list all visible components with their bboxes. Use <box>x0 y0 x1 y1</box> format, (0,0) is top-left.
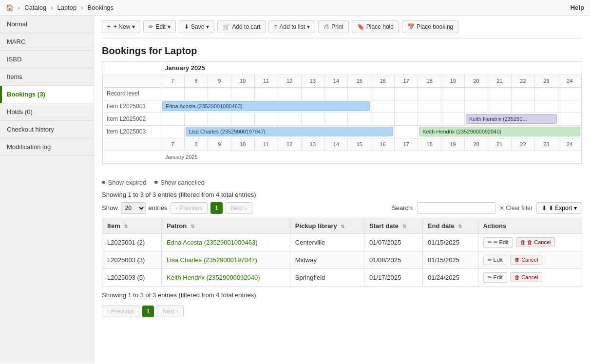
sidebar-item-holds[interactable]: Holds (0) <box>0 103 94 121</box>
help-link[interactable]: Help <box>571 4 584 11</box>
cell-pickup-2: Midway <box>290 251 364 268</box>
table-controls-right: Search: ✕ Clear filter ⬇ ⬇ Export ▾ <box>392 202 582 214</box>
table-header-row: Item ⇅ Patron ⇅ Pickup library ⇅ Start d… <box>102 218 582 233</box>
clear-filter-button[interactable]: ✕ Clear filter <box>499 205 533 211</box>
sidebar-item-isbd[interactable]: ISBD <box>0 51 94 68</box>
save-button[interactable]: ⬇ Save ▾ <box>179 20 214 33</box>
cell-pickup-3: Springfield <box>290 268 364 286</box>
cell-actions-3: ✏ Edit 🗑 Cancel <box>478 268 582 286</box>
patron-link-3[interactable]: Keith Hendrix (23529000092040) <box>167 274 260 281</box>
place-booking-button[interactable]: 📅 Place booking <box>402 20 458 33</box>
calendar-date-row-bottom: 7 8 9 10 11 12 13 14 15 16 17 18 19 20 <box>103 138 582 151</box>
bottom-pagination-controls: ‹ Previous 1 Next › <box>102 306 582 317</box>
item-l2025003-label: Item L2025003 <box>103 125 161 138</box>
cell-patron-3: Keith Hendrix (23529000092040) <box>162 268 290 286</box>
cell-item-2: L2025003 (3) <box>102 251 162 268</box>
main-content: + + New ▾ ✏ Edit ▾ ⬇ Save ▾ 🛒 Add to car… <box>94 16 590 364</box>
edit-button-row-1[interactable]: ✏ ✏ Edit <box>483 237 513 248</box>
sort-icon-end: ⇅ <box>458 224 462 229</box>
new-button[interactable]: + + New ▾ <box>102 20 140 33</box>
cancel-button-row-1[interactable]: 🗑 🗑 Cancel <box>516 237 555 247</box>
col-header-item[interactable]: Item ⇅ <box>102 218 162 233</box>
search-input[interactable] <box>418 202 495 214</box>
entries-label: entries <box>149 204 168 211</box>
chevron-right-icon: › <box>245 205 247 211</box>
sort-icon-item: ⇅ <box>124 224 128 229</box>
trash-icon-row-1: 🗑 <box>520 239 526 245</box>
sidebar-item-items[interactable]: Items <box>0 68 94 86</box>
add-to-list-button[interactable]: ≡ Add to list ▾ <box>268 20 315 33</box>
breadcrumb-laptop[interactable]: Laptop <box>57 4 77 11</box>
booking-keith-l2025003[interactable]: Keith Hendrix (23529000092040) <box>419 127 580 136</box>
show-expired-filter[interactable]: ≡ Show expired <box>102 179 146 186</box>
home-icon[interactable]: 🏠 <box>6 4 14 11</box>
show-entries-select[interactable]: 10 20 50 100 <box>121 202 146 214</box>
item-l2025002-label: Item L2025002 <box>103 113 161 125</box>
breadcrumb-bar: 🏠 › Catalog › Laptop › Bookings Help <box>0 0 590 16</box>
booking-keith-l2025002[interactable]: Keith Hendrix (235290... <box>466 114 557 124</box>
calendar-record-level-row: Record level <box>103 87 582 100</box>
cell-item-3: L2025003 (5) <box>102 268 162 286</box>
sidebar-item-normal[interactable]: Normal <box>0 16 94 33</box>
sidebar-item-bookings[interactable]: Bookings (3) <box>0 86 94 103</box>
patron-link-1[interactable]: Edna Acosta (23529001000463) <box>167 239 258 246</box>
toolbar: + + New ▾ ✏ Edit ▾ ⬇ Save ▾ 🛒 Add to car… <box>102 16 582 38</box>
booking-lisa[interactable]: Lisa Charles (23529000197047) <box>186 127 393 136</box>
sidebar-item-modification-log[interactable]: Modification log <box>0 138 94 156</box>
col-header-start-date[interactable]: Start date ⇅ <box>364 218 423 233</box>
pencil-icon-row-1: ✏ <box>488 239 492 246</box>
sidebar-item-marc[interactable]: MARC <box>0 33 94 51</box>
chevron-down-export: ▾ <box>574 205 577 211</box>
breadcrumb-sep-3: › <box>81 4 83 11</box>
table-row: L2025003 (5) Keith Hendrix (235290000920… <box>102 268 582 286</box>
trash-icon-row-2: 🗑 <box>514 257 520 263</box>
page-number-top: 1 <box>210 202 223 214</box>
pencil-icon-row-3: ✏ <box>488 274 492 281</box>
booking-edna[interactable]: Edna Acosta (23529001000463) <box>162 101 370 111</box>
edit-button-row-2[interactable]: ✏ Edit <box>483 255 507 265</box>
col-header-end-date[interactable]: End date ⇅ <box>422 218 478 233</box>
table-row: L2025001 (2) Edna Acosta (23529001000463… <box>102 233 582 251</box>
cancel-button-row-3[interactable]: 🗑 Cancel <box>510 272 542 282</box>
add-to-cart-button[interactable]: 🛒 Add to cart <box>217 20 266 33</box>
print-button[interactable]: 🖨 Print <box>318 20 349 33</box>
sort-icon-patron: ⇅ <box>190 224 194 229</box>
pencil-icon-row-2: ✏ <box>488 257 492 263</box>
cancel-button-row-2[interactable]: 🗑 Cancel <box>510 255 542 265</box>
edit-button[interactable]: ✏ Edit ▾ <box>143 20 176 33</box>
bookings-table: Item ⇅ Patron ⇅ Pickup library ⇅ Start d… <box>102 218 582 287</box>
next-button-bottom[interactable]: Next › <box>157 306 184 317</box>
edit-button-row-3[interactable]: ✏ Edit <box>483 272 507 283</box>
calendar-table: January 2025 7 8 9 10 11 12 13 14 15 <box>102 62 582 164</box>
cell-start-1: 01/07/2025 <box>364 233 423 251</box>
col-header-patron[interactable]: Patron ⇅ <box>162 218 290 233</box>
cell-patron-1: Edna Acosta (23529001000463) <box>162 233 290 251</box>
table-row: L2025003 (3) Lisa Charles (2352900019704… <box>102 251 582 268</box>
chevron-left-bottom: ‹ <box>107 308 109 315</box>
item-l2025001-label: Item L2025001 <box>103 100 161 113</box>
chevron-down-icon-save: ▾ <box>206 23 209 30</box>
cell-actions-2: ✏ Edit 🗑 Cancel <box>478 251 582 268</box>
col-header-pickup-library[interactable]: Pickup library ⇅ <box>290 218 364 233</box>
patron-link-2[interactable]: Lisa Charles (23529000197047) <box>167 256 257 264</box>
breadcrumb-catalog[interactable]: Catalog <box>24 4 46 11</box>
filter-section: ≡ Show expired ≡ Show cancelled <box>102 174 582 191</box>
show-cancelled-filter[interactable]: ≡ Show cancelled <box>154 179 205 186</box>
chevron-down-icon: ▾ <box>132 23 135 30</box>
sort-icon-start: ⇅ <box>402 224 406 229</box>
cell-end-1: 01/15/2025 <box>422 233 478 251</box>
calendar-item-l2025002-row: Item L2025002 Keith Hendrix (235290... <box>103 113 582 125</box>
previous-button-top[interactable]: ‹ Previous <box>171 202 208 214</box>
list-icon: ≡ <box>274 23 277 30</box>
table-controls: Show 10 20 50 100 entries ‹ Previous 1 N… <box>102 202 582 214</box>
sidebar-item-checkout-history[interactable]: Checkout history <box>0 121 94 138</box>
previous-button-bottom[interactable]: ‹ Previous <box>102 306 139 317</box>
next-button-top[interactable]: Next › <box>226 202 252 214</box>
bottom-pagination: Showing 1 to 3 of 3 entries (filtered fr… <box>102 291 582 303</box>
export-button[interactable]: ⬇ ⬇ Export ▾ <box>536 202 582 214</box>
bookmark-icon: 🔖 <box>357 23 364 30</box>
place-hold-button[interactable]: 🔖 Place hold <box>352 20 399 33</box>
pencil-icon: ✏ <box>149 23 153 30</box>
calendar-icon: 📅 <box>407 23 415 30</box>
page-title: Bookings for Laptop <box>102 38 582 61</box>
